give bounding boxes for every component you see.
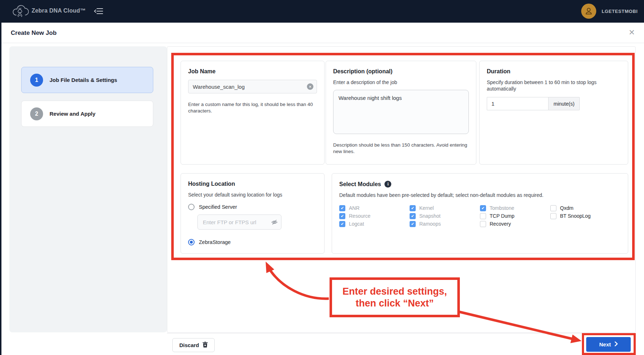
annotation-arrowhead-straight xyxy=(570,335,582,343)
step-number-badge: 1 xyxy=(30,74,43,87)
module-checkbox-item[interactable]: Qxdm xyxy=(550,204,621,212)
job-name-card: Job Name × Enter a custom name for this … xyxy=(181,61,325,165)
app-title: Zebra DNA Cloud™ xyxy=(32,8,86,14)
module-label: Kernel xyxy=(419,205,434,211)
specified-server-label[interactable]: Specified Server xyxy=(199,204,237,210)
module-column: ✔TombstoneTCP DumpRecovery xyxy=(480,204,550,228)
zebra-storage-radio-row[interactable]: ZebraStorage xyxy=(188,239,317,245)
description-textarea[interactable]: Warehouse night shift logs xyxy=(333,90,469,134)
module-checkbox-item[interactable]: ✔Logcat xyxy=(339,220,410,228)
module-label: TCP Dump xyxy=(490,213,514,219)
module-checkbox[interactable]: ✔ xyxy=(339,221,345,227)
module-column: ✔ANR✔Resource✔Logcat xyxy=(339,204,410,228)
next-button[interactable]: Next xyxy=(586,337,631,352)
module-checkbox-item[interactable]: Recovery xyxy=(480,220,550,228)
description-card: Description (optional) Enter a descripti… xyxy=(326,61,476,165)
next-button-label: Next xyxy=(599,341,611,347)
modules-checkbox-grid: ✔ANR✔Resource✔Logcat✔Kernel✔Snapshot✔Ram… xyxy=(339,204,621,228)
module-checkbox-item[interactable]: ✔ANR xyxy=(339,204,410,212)
module-checkbox[interactable]: ✔ xyxy=(410,205,416,211)
duration-input[interactable] xyxy=(487,97,548,110)
step-label: Review and Apply xyxy=(50,111,95,117)
module-checkbox[interactable]: ✔ xyxy=(410,221,416,227)
description-subtitle: Enter a description of the job xyxy=(333,79,469,86)
module-label: Snapshot xyxy=(419,213,440,219)
module-label: ANR xyxy=(349,205,360,211)
module-checkbox-item[interactable]: ✔Resource xyxy=(339,212,410,220)
module-label: Tombstone xyxy=(490,205,514,211)
job-name-input[interactable] xyxy=(188,80,317,93)
steps-sidebar: 1 Job File Details & Settings 2 Review a… xyxy=(9,46,167,332)
left-nav-rail xyxy=(0,23,1,355)
footer-divider xyxy=(167,333,636,333)
page-title: Create New Job xyxy=(11,29,57,37)
modules-subtitle: Default modules have been pre-selected b… xyxy=(339,192,621,198)
job-name-title: Job Name xyxy=(188,68,317,75)
close-icon[interactable]: × xyxy=(629,26,635,38)
trash-icon xyxy=(202,342,208,349)
job-name-helper-text: Enter a custom name for this log, it sho… xyxy=(188,101,317,114)
discard-button-label: Discard xyxy=(179,342,199,348)
module-label: BT SnoopLog xyxy=(560,213,591,219)
module-checkbox-item[interactable]: ✔Kernel xyxy=(410,204,480,212)
hosting-location-card: Hosting Location Select your default sav… xyxy=(181,173,325,254)
duration-title: Duration xyxy=(487,68,621,75)
hosting-title: Hosting Location xyxy=(188,181,317,187)
module-checkbox-item[interactable]: ✔Snapshot xyxy=(410,212,480,220)
module-checkbox[interactable] xyxy=(550,205,556,211)
duration-unit-label: minute(s) xyxy=(548,97,580,110)
module-checkbox-item[interactable]: ✔Tombstone xyxy=(480,204,550,212)
clear-input-icon[interactable]: × xyxy=(307,83,313,90)
info-icon[interactable]: i xyxy=(384,181,391,188)
module-label: Logcat xyxy=(349,221,364,227)
module-checkbox[interactable] xyxy=(550,213,556,219)
description-helper-text: Description should be less than 150 char… xyxy=(333,142,469,155)
select-modules-card: Select Modules i Default modules have be… xyxy=(332,173,628,254)
dialog-titlebar: Create New Job × xyxy=(0,23,644,43)
module-checkbox-item[interactable]: ✔Ramoops xyxy=(410,220,480,228)
zebra-dna-cloud-logo-icon xyxy=(11,3,29,20)
description-title: Description (optional) xyxy=(333,68,469,75)
specified-server-radio[interactable] xyxy=(188,204,195,210)
module-label: Recovery xyxy=(490,221,511,227)
step-label: Job File Details & Settings xyxy=(50,77,117,83)
module-checkbox[interactable]: ✔ xyxy=(410,213,416,219)
step-item-review-and-apply[interactable]: 2 Review and Apply xyxy=(21,101,153,127)
hosting-subtitle: Select your default saving location for … xyxy=(188,192,317,198)
module-column: QxdmBT SnoopLog xyxy=(550,204,621,228)
username-label[interactable]: LGETESTMOBI xyxy=(602,9,638,14)
module-checkbox[interactable] xyxy=(480,213,486,219)
zebra-storage-label[interactable]: ZebraStorage xyxy=(199,239,231,245)
ftp-url-input[interactable] xyxy=(197,215,281,230)
module-checkbox[interactable]: ✔ xyxy=(339,205,345,211)
modules-title: Select Modules xyxy=(339,181,381,188)
module-column: ✔Kernel✔Snapshot✔Ramoops xyxy=(410,204,480,228)
step-item-job-file-details[interactable]: 1 Job File Details & Settings xyxy=(21,67,153,93)
duration-subtitle: Specify duration between 1 to 60 min to … xyxy=(487,79,621,92)
chevron-right-icon xyxy=(615,341,618,347)
discard-button[interactable]: Discard xyxy=(172,338,215,352)
app-header: Zebra DNA Cloud™ LGETESTMOBI xyxy=(0,0,644,23)
user-avatar[interactable] xyxy=(581,4,596,19)
module-checkbox[interactable]: ✔ xyxy=(339,213,345,219)
duration-card: Duration Specify duration between 1 to 6… xyxy=(479,61,628,165)
module-checkbox-item[interactable]: TCP Dump xyxy=(480,212,550,220)
menu-collapse-icon[interactable] xyxy=(94,7,103,17)
module-label: Resource xyxy=(349,213,370,219)
module-label: Qxdm xyxy=(560,205,573,211)
step-number-badge: 2 xyxy=(30,107,43,120)
specified-server-radio-row[interactable]: Specified Server xyxy=(188,204,317,210)
module-label: Ramoops xyxy=(419,221,441,227)
visibility-off-icon[interactable] xyxy=(271,219,278,227)
zebra-storage-radio[interactable] xyxy=(188,239,195,245)
module-checkbox-item[interactable]: BT SnoopLog xyxy=(550,212,621,220)
module-checkbox[interactable]: ✔ xyxy=(480,205,486,211)
module-checkbox[interactable] xyxy=(480,221,486,227)
